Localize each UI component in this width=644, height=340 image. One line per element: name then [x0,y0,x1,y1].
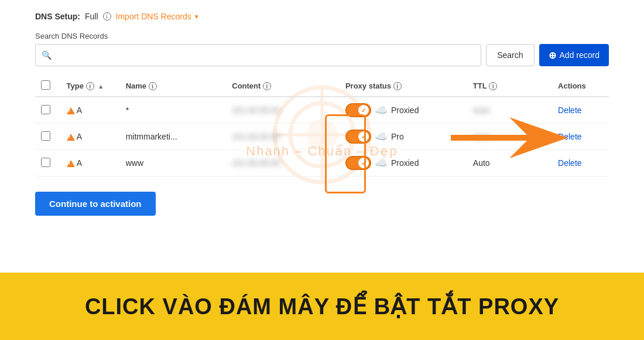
row3-toggle-knob [358,158,369,168]
sort-arrow-icon: ▲ [98,83,104,90]
row1-delete-link[interactable]: Delete [558,106,581,115]
row3-checkbox[interactable] [41,158,50,167]
row3-content-value: 101.00.00.00 [232,158,280,168]
row3-toggle-wrap[interactable] [345,156,371,170]
orange-arrow [451,114,568,161]
header-content: Content i [226,76,340,97]
row3-warn-icon [67,160,75,167]
banner-text: CLICK VÀO ĐÁM MÂY ĐỂ BẬT TẮT PROXY [85,294,559,319]
row3-proxy-status-text: Proxied [391,158,419,168]
row1-proxy-cell: ☁️ Proxied [340,97,467,124]
table-header-row: Type i ▲ Name i Content i Proxy status i… [35,76,609,97]
row1-checkbox[interactable] [41,105,50,114]
row3-content-cell: 101.00.00.00 [226,150,340,176]
search-icon: 🔍 [42,50,52,60]
dns-setup-label: DNS Setup: [35,12,80,21]
proxy-info-icon[interactable]: i [393,82,402,90]
row2-checkbox[interactable] [41,131,50,141]
row2-type-cell: A [61,124,120,150]
svg-marker-5 [451,117,568,158]
search-input[interactable] [55,50,475,60]
dns-setup-info-icon[interactable]: i [103,12,111,21]
row1-proxy-status-text: Proxied [391,106,419,115]
row1-content-value: 101.00.00.00 [232,106,280,115]
row1-check-cell [35,97,61,124]
header-proxy-status: Proxy status i [340,76,467,97]
import-dns-link[interactable]: Import DNS Records ▼ [116,12,200,21]
row1-toggle-knob [358,105,369,115]
row3-check-cell [35,150,61,176]
select-all-checkbox[interactable] [41,80,50,90]
row1-warn-icon [67,107,75,114]
row1-content-cell: 101.00.00.00 [226,97,340,124]
row2-proxy-cell: ☁️ Pro [340,124,467,150]
header-name: Name i [120,76,227,97]
row2-warn-icon [67,134,75,141]
header-check [35,76,61,97]
row1-toggle-wrap[interactable] [345,103,371,117]
row2-content-cell: 101.00.00.00 [226,124,340,150]
dns-setup-value: Full [85,12,98,21]
search-row: 🔍 Search ⊕ Add record [35,44,609,66]
row1-cloud-icon[interactable]: ☁️ [375,104,388,117]
row3-proxy-toggle[interactable] [345,156,371,170]
row2-proxy-toggle[interactable] [345,130,371,144]
search-label: Search DNS Records [35,32,609,40]
header-actions: Actions [552,76,609,97]
search-button[interactable]: Search [486,44,534,66]
dns-setup-row: DNS Setup: Full i Import DNS Records ▼ [35,12,609,21]
name-info-icon[interactable]: i [149,82,157,90]
continue-to-activation-button[interactable]: Continue to activation [35,192,156,216]
content-info-icon[interactable]: i [263,82,271,90]
row3-name-cell: www [120,150,227,176]
row3-type-cell: A [61,150,120,176]
row2-content-value: 101.00.00.00 [232,132,280,141]
header-type[interactable]: Type i ▲ [61,76,120,97]
dropdown-arrow-icon: ▼ [194,13,200,20]
row2-proxy-status-text: Pro [391,132,404,141]
row3-cloud-icon[interactable]: ☁️ [375,157,388,169]
ttl-info-icon[interactable]: i [489,82,497,90]
header-ttl: TTL i [467,76,552,97]
row2-cloud-icon[interactable]: ☁️ [375,130,388,143]
row1-ttl-value: Auto [473,106,490,115]
bottom-banner: CLICK VÀO ĐÁM MÂY ĐỂ BẬT TẮT PROXY [0,273,644,340]
row1-proxy-toggle[interactable] [345,103,371,117]
row2-toggle-wrap[interactable] [345,130,371,144]
plus-icon: ⊕ [549,50,556,61]
row2-toggle-knob [358,131,369,142]
type-info-icon[interactable]: i [86,82,94,90]
row3-proxy-cell: ☁️ Proxied [340,150,467,176]
row2-name-cell: mitmmarketi... [120,124,227,150]
row2-check-cell [35,124,61,150]
add-record-button[interactable]: ⊕ Add record [539,44,609,66]
row1-name-cell: * [120,97,227,124]
row1-type-cell: A [61,97,120,124]
search-input-wrapper: 🔍 [35,44,481,66]
